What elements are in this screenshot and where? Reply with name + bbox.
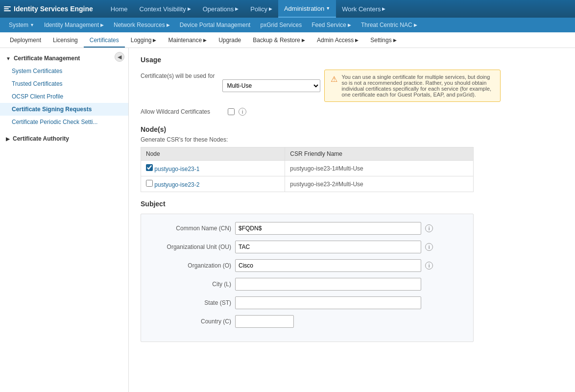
second-nav-feed[interactable]: Feed Service ▶ <box>307 18 356 32</box>
nav-administration[interactable]: Administration ▼ <box>278 0 336 18</box>
input-o[interactable] <box>235 259 421 272</box>
usage-row: Certificate(s) will be used for Multi-Us… <box>141 70 563 102</box>
nodes-section: Node(s) Generate CSR's for these Nodes: … <box>129 125 575 200</box>
nav-policy[interactable]: Policy ▶ <box>244 0 278 18</box>
second-nav-network-arrow: ▶ <box>167 23 170 27</box>
tab-settings[interactable]: Settings ▶ <box>364 34 402 48</box>
second-nav-feed-arrow: ▶ <box>348 23 351 27</box>
form-row-state: State (ST) <box>153 296 461 309</box>
cisco-logo: Identity Services Engine <box>4 5 93 13</box>
info-ou[interactable]: i <box>425 243 433 251</box>
nav-home[interactable]: Home <box>105 0 134 18</box>
usage-select[interactable]: Multi-Use EAP Authentication RADIUS DTLS… <box>222 79 320 92</box>
sidebar-item-ocsp[interactable]: OCSP Client Profile <box>0 90 128 103</box>
input-city[interactable] <box>235 278 421 291</box>
second-nav-system-arrow: ▼ <box>30 23 34 27</box>
tab-logging[interactable]: Logging ▶ <box>125 34 163 48</box>
tab-backup-arrow: ▶ <box>302 38 305 43</box>
sidebar: ◀ ▼ Certificate Management System Certif… <box>0 48 129 392</box>
tab-upgrade[interactable]: Upgrade <box>213 34 247 48</box>
usage-select-wrap: Multi-Use EAP Authentication RADIUS DTLS… <box>222 70 501 102</box>
input-country[interactable] <box>235 315 294 328</box>
node2-link[interactable]: pustyugo-ise23-2 <box>154 181 199 188</box>
tab-licensing[interactable]: Licensing <box>47 34 84 48</box>
second-nav-network[interactable]: Network Resources ▶ <box>109 18 175 32</box>
form-row-o: Organization (O) i <box>153 259 461 272</box>
cert-management-section: ▼ Certificate Management System Certific… <box>0 52 128 128</box>
cert-authority-arrow: ▶ <box>6 136 10 142</box>
label-cn: Common Name (CN) <box>153 225 231 232</box>
nodes-col-csr: CSR Friendly Name <box>285 147 474 161</box>
sidebar-collapse-button[interactable]: ◀ <box>115 52 124 62</box>
second-nav-bar: System ▼ Identity Management ▶ Network R… <box>0 18 575 32</box>
cert-authority-section: ▶ Certificate Authority <box>0 132 128 145</box>
nodes-subtitle: Generate CSR's for these Nodes: <box>141 136 563 143</box>
main-layout: ◀ ▼ Certificate Management System Certif… <box>0 48 575 392</box>
node2-cell: pustyugo-ise23-2 <box>141 176 285 192</box>
sidebar-item-trusted-certs[interactable]: Trusted Certificates <box>0 77 128 90</box>
subject-form-bg: Common Name (CN) i Organizational Unit (… <box>141 214 474 342</box>
form-row-city: City (L) <box>153 278 461 291</box>
subject-section: Subject Common Name (CN) i Organizationa… <box>129 200 575 350</box>
tab-backup[interactable]: Backup & Restore ▶ <box>247 34 311 48</box>
wildcard-checkbox[interactable] <box>228 108 235 115</box>
label-state: State (ST) <box>153 299 231 306</box>
form-row-country: Country (C) <box>153 315 461 328</box>
table-row: pustyugo-ise23-1 pustyugo-ise23-1#Multi-… <box>141 161 474 176</box>
input-cn[interactable] <box>235 222 421 235</box>
nav-operations-arrow: ▶ <box>235 6 239 11</box>
nodes-table: Node CSR Friendly Name pustyugo-ise23-1 … <box>141 147 474 192</box>
nav-operations[interactable]: Operations ▶ <box>197 0 245 18</box>
warning-text: You can use a single certificate for mul… <box>341 74 494 98</box>
tab-certificates[interactable]: Certificates <box>84 34 125 48</box>
nav-context-visibility-arrow: ▶ <box>188 6 191 11</box>
node2-checkbox[interactable] <box>146 180 153 187</box>
tab-admin-access[interactable]: Admin Access ▶ <box>311 34 364 48</box>
second-nav-system[interactable]: System ▼ <box>4 18 39 32</box>
wildcard-label: Allow Wildcard Certificates <box>141 108 224 115</box>
input-state[interactable] <box>235 296 421 309</box>
second-nav-threat[interactable]: Threat Centric NAC ▶ <box>356 18 422 32</box>
info-cn[interactable]: i <box>425 224 433 232</box>
form-row-ou: Organizational Unit (OU) i <box>153 241 461 253</box>
top-nav-bar: Identity Services Engine Home Context Vi… <box>0 0 575 18</box>
warning-icon: ⚠ <box>331 74 337 84</box>
sidebar-item-periodic-check[interactable]: Certificate Periodic Check Setti... <box>0 116 128 128</box>
tab-admin-access-arrow: ▶ <box>355 38 359 43</box>
second-nav-identity[interactable]: Identity Management ▶ <box>39 18 109 32</box>
form-row-cn: Common Name (CN) i <box>153 222 461 235</box>
tab-maintenance[interactable]: Maintenance ▶ <box>162 34 213 48</box>
wildcard-row: Allow Wildcard Certificates i <box>141 108 563 116</box>
label-country: Country (C) <box>153 318 231 325</box>
node1-checkbox[interactable] <box>146 164 153 171</box>
second-nav-threat-arrow: ▶ <box>414 23 417 27</box>
second-nav-device-portal[interactable]: Device Portal Management <box>175 18 256 32</box>
node1-link[interactable]: pustyugo-ise23-1 <box>154 166 199 172</box>
subject-title: Subject <box>141 200 563 208</box>
main-content-area: Usage Certificate(s) will be used for Mu… <box>129 48 575 392</box>
tab-settings-arrow: ▶ <box>393 38 397 43</box>
second-nav-identity-arrow: ▶ <box>100 23 104 27</box>
nav-administration-arrow: ▼ <box>326 6 330 11</box>
cert-authority-title[interactable]: ▶ Certificate Authority <box>0 132 128 145</box>
sidebar-item-system-certs[interactable]: System Certificates <box>0 65 128 77</box>
third-nav-bar: Deployment Licensing Certificates Loggin… <box>0 32 575 48</box>
second-nav-pxgrid[interactable]: pxGrid Services <box>255 18 307 32</box>
nav-policy-arrow: ▶ <box>269 6 272 11</box>
nav-work-centers-arrow: ▶ <box>382 6 385 11</box>
cert-management-title[interactable]: ▼ Certificate Management <box>0 52 128 65</box>
usage-for-label: Certificate(s) will be used for <box>141 70 215 79</box>
table-row: pustyugo-ise23-2 pustyugo-ise23-2#Multi-… <box>141 176 474 192</box>
tab-maintenance-arrow: ▶ <box>203 38 207 43</box>
input-ou[interactable] <box>235 241 421 253</box>
tab-deployment[interactable]: Deployment <box>4 34 47 48</box>
cisco-bars-icon <box>4 6 11 11</box>
info-o[interactable]: i <box>425 262 433 270</box>
node1-cell: pustyugo-ise23-1 <box>141 161 285 176</box>
nav-work-centers[interactable]: Work Centers ▶ <box>336 0 391 18</box>
sidebar-item-csr[interactable]: Certificate Signing Requests <box>0 103 128 116</box>
wildcard-info-icon[interactable]: i <box>239 108 246 116</box>
top-nav-items: Home Context Visibility ▶ Operations ▶ P… <box>105 0 392 18</box>
label-ou: Organizational Unit (OU) <box>153 244 231 250</box>
nav-context-visibility[interactable]: Context Visibility ▶ <box>134 0 197 18</box>
